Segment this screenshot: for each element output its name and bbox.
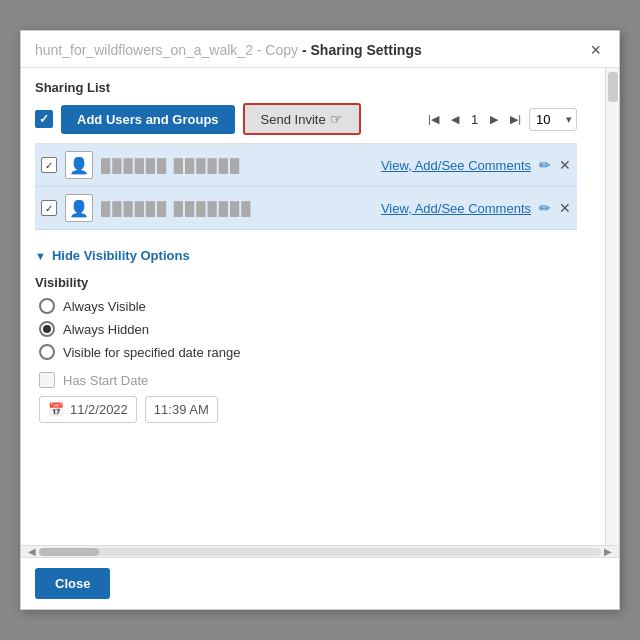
title-suffix: - Sharing Settings xyxy=(298,42,422,58)
radio-label-3: Visible for specified date range xyxy=(63,345,241,360)
avatar: 👤 xyxy=(65,194,93,222)
remove-icon[interactable]: ✕ xyxy=(559,200,571,216)
user-checkbox-2[interactable]: ✓ xyxy=(41,200,57,216)
visibility-label: Visibility xyxy=(35,275,577,290)
scroll-right-arrow[interactable]: ▶ xyxy=(601,546,615,557)
cursor-icon: ☞ xyxy=(330,111,343,127)
user-name-2: ██████ ███████ xyxy=(101,201,373,216)
scrollbar-thumb xyxy=(608,72,618,102)
person-icon: 👤 xyxy=(69,156,89,175)
radio-label-2: Always Hidden xyxy=(63,322,149,337)
scroll-track xyxy=(39,548,601,556)
date-section: Has Start Date 📅 11/2/2022 11:39 AM xyxy=(39,372,577,423)
page-next-button[interactable]: ▶ xyxy=(486,111,502,128)
dialog-header: hunt_for_wildflowers_on_a_walk_2 - Copy … xyxy=(21,31,619,68)
scroll-thumb xyxy=(39,548,99,556)
select-all-checkbox[interactable]: ✓ xyxy=(35,110,53,128)
checkbox-check-icon: ✓ xyxy=(45,160,53,171)
radio-label-1: Always Visible xyxy=(63,299,146,314)
has-start-date-checkbox[interactable] xyxy=(39,372,55,388)
radio-always-hidden[interactable]: Always Hidden xyxy=(39,321,577,337)
page-first-button[interactable]: |◀ xyxy=(424,111,443,128)
send-invite-label: Send Invite xyxy=(261,112,326,127)
visibility-section: ▼ Hide Visibility Options Visibility Alw… xyxy=(35,248,577,423)
dialog-close-button[interactable]: × xyxy=(586,41,605,59)
date-value: 11/2/2022 xyxy=(70,402,128,417)
pagination-row: |◀ ◀ 1 ▶ ▶| 10 25 50 100 xyxy=(424,108,577,131)
sharing-settings-dialog: hunt_for_wildflowers_on_a_walk_2 - Copy … xyxy=(20,30,620,610)
radio-inner-2 xyxy=(43,325,51,333)
horizontal-scrollbar[interactable]: ◀ ▶ xyxy=(21,545,619,557)
per-page-select[interactable]: 10 25 50 100 xyxy=(529,108,577,131)
close-button[interactable]: Close xyxy=(35,568,110,599)
user-actions-1: ✏ ✕ xyxy=(539,157,571,173)
edit-icon[interactable]: ✏ xyxy=(539,200,551,216)
dialog-title: hunt_for_wildflowers_on_a_walk_2 - Copy … xyxy=(35,42,422,58)
user-name-1: ██████ ██████ xyxy=(101,158,373,173)
has-start-date-row: Has Start Date xyxy=(39,372,577,388)
per-page-wrapper: 10 25 50 100 xyxy=(529,108,577,131)
toolbar-row: ✓ Add Users and Groups Send Invite☞ |◀ ◀… xyxy=(35,103,577,135)
remove-icon[interactable]: ✕ xyxy=(559,157,571,173)
checkbox-check-icon: ✓ xyxy=(45,203,53,214)
user-permission-2[interactable]: View, Add/See Comments xyxy=(381,201,531,216)
radio-outer-2 xyxy=(39,321,55,337)
calendar-icon: 📅 xyxy=(48,402,64,417)
visibility-toggle-label: Hide Visibility Options xyxy=(52,248,190,263)
dialog-body: Sharing List ✓ Add Users and Groups Send… xyxy=(21,68,605,545)
person-icon: 👤 xyxy=(69,199,89,218)
sharing-list-label: Sharing List xyxy=(35,80,577,95)
vertical-scrollbar[interactable] xyxy=(605,68,619,545)
date-time-row: 📅 11/2/2022 11:39 AM xyxy=(39,396,577,423)
time-value: 11:39 AM xyxy=(154,402,209,417)
time-input[interactable]: 11:39 AM xyxy=(145,396,218,423)
avatar: 👤 xyxy=(65,151,93,179)
page-last-button[interactable]: ▶| xyxy=(506,111,525,128)
user-permission-1[interactable]: View, Add/See Comments xyxy=(381,158,531,173)
radio-always-visible[interactable]: Always Visible xyxy=(39,298,577,314)
date-input[interactable]: 📅 11/2/2022 xyxy=(39,396,137,423)
table-row: ✓ 👤 ██████ ███████ View, Add/See Comment… xyxy=(35,187,577,230)
page-number: 1 xyxy=(467,112,482,127)
table-row: ✓ 👤 ██████ ██████ View, Add/See Comments… xyxy=(35,144,577,187)
scroll-left-arrow[interactable]: ◀ xyxy=(25,546,39,557)
title-prefix: hunt_for_wildflowers_on_a_walk_2 - Copy xyxy=(35,42,298,58)
triangle-down-icon: ▼ xyxy=(35,250,46,262)
page-prev-button[interactable]: ◀ xyxy=(447,111,463,128)
user-checkbox-1[interactable]: ✓ xyxy=(41,157,57,173)
dialog-footer: Close xyxy=(21,557,619,609)
radio-outer-1 xyxy=(39,298,55,314)
radio-group: Always Visible Always Hidden Vis xyxy=(39,298,577,360)
edit-icon[interactable]: ✏ xyxy=(539,157,551,173)
radio-outer-3 xyxy=(39,344,55,360)
add-users-button[interactable]: Add Users and Groups xyxy=(61,105,235,134)
send-invite-button[interactable]: Send Invite☞ xyxy=(243,103,361,135)
checkmark-icon: ✓ xyxy=(39,112,49,126)
radio-date-range[interactable]: Visible for specified date range xyxy=(39,344,577,360)
has-start-date-label: Has Start Date xyxy=(63,373,148,388)
user-actions-2: ✏ ✕ xyxy=(539,200,571,216)
visibility-toggle[interactable]: ▼ Hide Visibility Options xyxy=(35,248,577,263)
user-list: ✓ 👤 ██████ ██████ View, Add/See Comments… xyxy=(35,143,577,230)
